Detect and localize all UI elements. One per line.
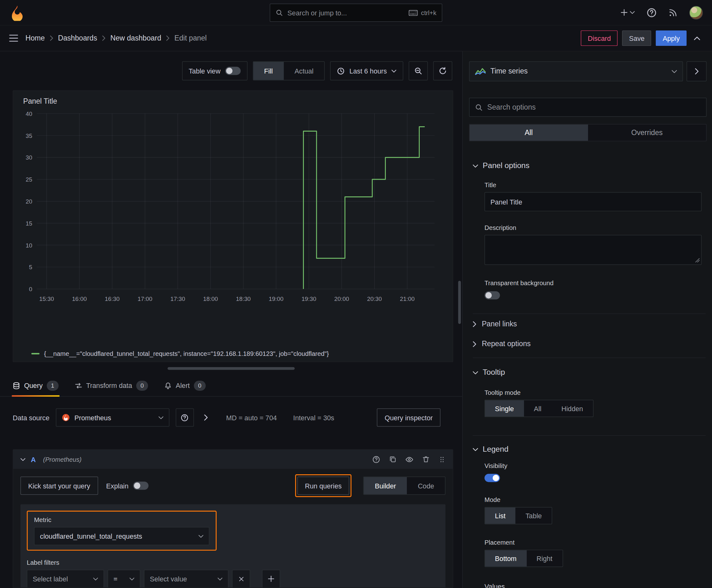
svg-text:0: 0 <box>29 286 32 292</box>
options-search[interactable] <box>469 98 706 117</box>
query-count-badge: 1 <box>47 380 59 391</box>
time-range-picker[interactable]: Last 6 hours <box>330 61 403 80</box>
remove-query-button[interactable] <box>422 456 429 463</box>
apply-button[interactable]: Apply <box>656 30 687 46</box>
grafana-app: ctrl+k Home Dashboards New d <box>0 0 712 588</box>
legend-series-label[interactable]: {__name__="cloudflared_tunnel_total_requ… <box>44 350 329 357</box>
builder-option[interactable]: Builder <box>364 477 407 495</box>
svg-text:25: 25 <box>26 176 33 183</box>
visualization-picker[interactable]: Time series <box>469 61 683 81</box>
news-button[interactable] <box>668 8 677 17</box>
query-help-button[interactable] <box>372 456 380 463</box>
datasource-picker[interactable]: Prometheus <box>56 408 170 426</box>
chevron-right-icon <box>204 414 208 421</box>
label-filter-select[interactable]: Select label <box>27 570 104 588</box>
zoom-out-button[interactable] <box>409 61 428 80</box>
tooltip-section-header[interactable]: Tooltip <box>473 368 706 377</box>
tooltip-mode-all[interactable]: All <box>524 400 552 417</box>
discard-button[interactable]: Discard <box>581 30 618 46</box>
grafana-logo-icon[interactable] <box>9 4 25 21</box>
run-queries-button[interactable]: Run queries <box>297 477 349 495</box>
legend-mode-table[interactable]: Table <box>516 508 552 524</box>
legend-placement-right[interactable]: Right <box>526 550 562 567</box>
panel-description-input[interactable] <box>484 235 701 265</box>
zoom-out-icon <box>414 67 422 75</box>
save-button[interactable]: Save <box>622 30 651 46</box>
tab-overrides[interactable]: Overrides <box>588 124 706 141</box>
chevron-right-icon <box>694 68 698 75</box>
panel-title[interactable]: Panel Title <box>19 96 447 107</box>
operator-value: = <box>114 575 118 583</box>
tab-transform-data[interactable]: Transform data 0 <box>75 375 148 396</box>
tab-alert[interactable]: Alert 0 <box>165 375 206 396</box>
search-input[interactable] <box>287 9 404 17</box>
actual-option[interactable]: Actual <box>284 62 325 80</box>
datasource-help-button[interactable] <box>176 408 194 426</box>
value-filter-select[interactable]: Select value <box>144 570 229 588</box>
query-inspector-button[interactable]: Query inspector <box>377 408 440 426</box>
operator-select[interactable]: = <box>108 570 140 588</box>
expand-options-button[interactable] <box>204 414 208 421</box>
collapse-options-button[interactable] <box>687 61 707 81</box>
hide-response-button[interactable] <box>406 456 413 463</box>
tooltip-mode-hidden[interactable]: Hidden <box>552 400 593 417</box>
refresh-button[interactable] <box>433 61 452 80</box>
breadcrumb-home[interactable]: Home <box>25 34 45 42</box>
svg-text:10: 10 <box>26 242 33 249</box>
code-option[interactable]: Code <box>407 477 445 495</box>
new-menu-button[interactable] <box>621 9 635 16</box>
remove-filter-button[interactable] <box>232 570 250 588</box>
metric-select[interactable]: cloudflared_tunnel_total_requests <box>34 527 209 545</box>
chevron-down-icon <box>473 447 478 451</box>
resize-grip-icon[interactable] <box>695 258 699 262</box>
legend-placement-bottom[interactable]: Bottom <box>485 550 526 567</box>
options-search-input[interactable] <box>487 103 701 111</box>
search-shortcut: ctrl+k <box>421 9 436 16</box>
tooltip-mode-single[interactable]: Single <box>485 400 524 417</box>
divider <box>473 357 706 358</box>
table-view-toggle[interactable] <box>225 67 240 75</box>
drag-query-handle[interactable] <box>438 456 446 463</box>
global-search[interactable]: ctrl+k <box>270 4 442 22</box>
prometheus-icon <box>62 413 70 422</box>
help-button[interactable] <box>647 7 657 18</box>
divider <box>473 435 706 436</box>
kick-start-query-button[interactable]: Kick start your query <box>20 477 98 495</box>
fill-option[interactable]: Fill <box>253 62 283 80</box>
add-filter-button[interactable] <box>262 570 280 588</box>
svg-text:18:00: 18:00 <box>203 296 218 302</box>
repeat-options-section[interactable]: Repeat options <box>463 334 712 354</box>
svg-text:5: 5 <box>29 264 32 270</box>
chevron-up-icon <box>694 36 700 40</box>
plus-icon <box>268 576 274 582</box>
legend-section-header[interactable]: Legend <box>473 445 706 454</box>
view-toolbar: Table view Fill Actual Last 6 hours <box>0 51 462 90</box>
duplicate-query-button[interactable] <box>389 456 396 463</box>
tab-alert-label: Alert <box>176 382 190 390</box>
panel-links-section[interactable]: Panel links <box>463 314 712 334</box>
chevron-right-icon <box>166 36 169 41</box>
transparent-background-toggle[interactable] <box>484 291 500 299</box>
menu-toggle-button[interactable] <box>9 35 18 42</box>
breadcrumb-new-dashboard[interactable]: New dashboard <box>110 34 161 42</box>
panel-resize-handle[interactable] <box>168 367 295 370</box>
tab-all[interactable]: All <box>470 124 588 141</box>
scrollbar-thumb[interactable] <box>458 281 461 324</box>
panel-title-input[interactable] <box>484 192 701 211</box>
panel-options-section-header[interactable]: Panel options <box>473 161 706 170</box>
question-circle-icon <box>647 7 657 18</box>
tab-query[interactable]: Query 1 <box>13 375 58 396</box>
metric-label: Metric <box>34 516 209 523</box>
query-row-header[interactable]: A (Prometheus) <box>13 450 453 469</box>
explain-toggle[interactable] <box>133 482 149 490</box>
breadcrumb-dashboards[interactable]: Dashboards <box>58 34 97 42</box>
legend-visibility-toggle[interactable] <box>484 474 500 482</box>
legend-mode-list[interactable]: List <box>485 508 516 524</box>
collapse-header-button[interactable] <box>691 33 703 43</box>
keyboard-icon <box>409 10 418 16</box>
user-avatar[interactable] <box>689 6 703 19</box>
datasource-row: Data source Prometheus MD = auto = 704 I… <box>13 408 453 426</box>
top-nav: ctrl+k <box>0 0 712 25</box>
chevron-down-icon <box>630 11 635 14</box>
table-view-control[interactable]: Table view <box>182 61 247 80</box>
